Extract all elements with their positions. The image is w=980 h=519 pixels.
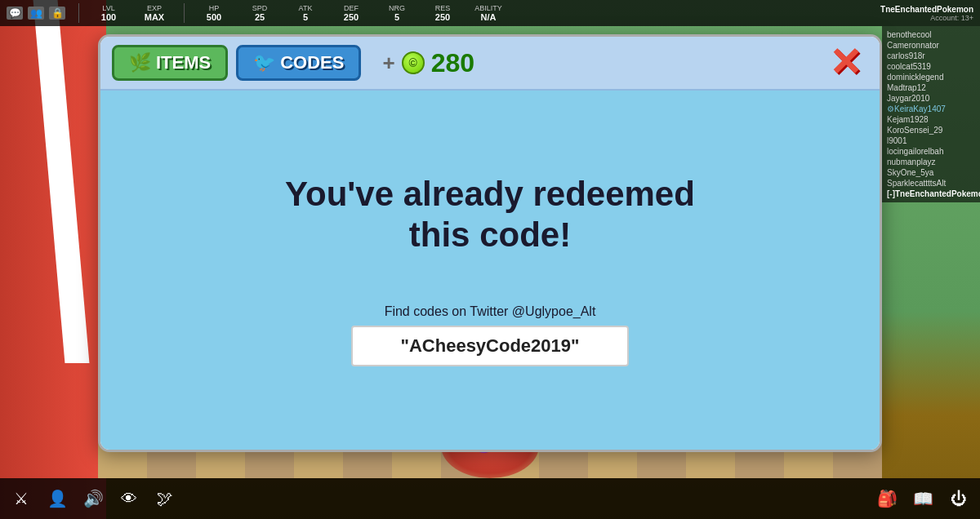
currency-area: + © 280	[382, 48, 474, 78]
code-input-field[interactable]	[351, 326, 629, 366]
items-icon: 🌿	[129, 52, 151, 73]
modal-overlay: 🌿 ITEMS 🐦 CODES + © 280 ✕ You've alrea	[0, 0, 980, 519]
currency-plus-button[interactable]: +	[382, 51, 394, 76]
tab-items[interactable]: 🌿 ITEMS	[112, 45, 228, 81]
close-icon: ✕	[829, 43, 862, 82]
modal-body: You've already redeemed this code! Find …	[100, 91, 880, 450]
tab-codes[interactable]: 🐦 CODES	[236, 45, 361, 81]
modal-header: 🌿 ITEMS 🐦 CODES + © 280 ✕	[100, 37, 880, 91]
codes-modal: 🌿 ITEMS 🐦 CODES + © 280 ✕ You've alrea	[98, 34, 882, 452]
currency-amount: 280	[431, 48, 474, 78]
twitter-icon: 🐦	[253, 52, 275, 73]
redemption-message: You've already redeemed this code!	[285, 174, 695, 256]
currency-icon: ©	[402, 51, 425, 74]
find-codes-label: Find codes on Twitter @Uglypoe_Alt	[385, 304, 596, 319]
codes-label: CODES	[280, 52, 344, 73]
items-label: ITEMS	[156, 52, 211, 73]
close-button[interactable]: ✕	[822, 40, 868, 86]
